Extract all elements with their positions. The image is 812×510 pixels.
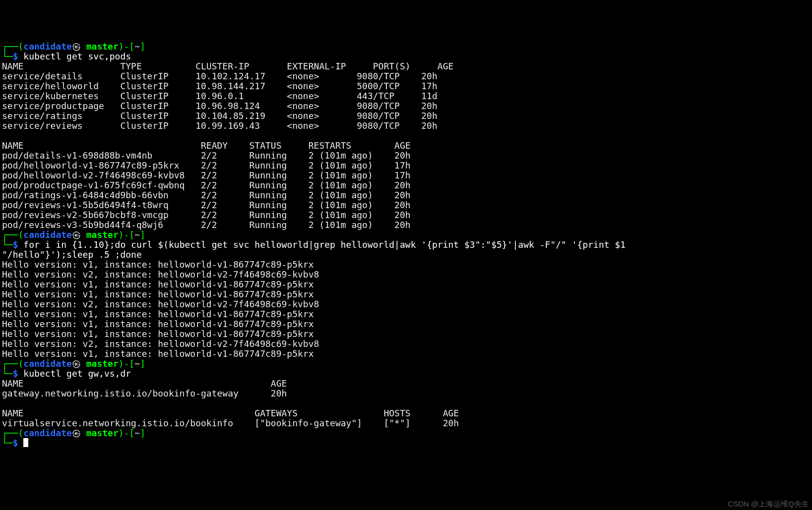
pod-row: pod/ratings-v1-6484c4d9bb-66vbn 2/2 Runn… (2, 190, 411, 200)
pod-row: pod/productpage-v1-675fc69cf-qwbnq 2/2 R… (2, 180, 411, 190)
pod-row: pod/details-v1-698d88b-vm4nb 2/2 Running… (2, 150, 411, 161)
curl-output-line: Hello version: v1, instance: helloworld-… (2, 348, 314, 359)
curl-output-line: Hello version: v2, instance: helloworld-… (2, 299, 319, 309)
pod-header: NAME READY STATUS RESTARTS AGE (2, 140, 411, 151)
curl-output-line: Hello version: v1, instance: helloworld-… (2, 279, 314, 289)
prompt-line: ┌──(candidate㉿ master)-[~] (2, 42, 810, 52)
watermark-label: CSDN @上海运维Q先生 (728, 499, 809, 509)
curl-output-line: Hello version: v2, instance: helloworld-… (2, 339, 319, 349)
prompt-line: ┌──(candidate㉿ master)-[~] (2, 230, 810, 240)
vs-header: NAME GATEWAYS HOSTS AGE (2, 408, 459, 418)
curl-output-line: Hello version: v1, instance: helloworld-… (2, 259, 314, 270)
command-line[interactable]: └─$ kubectl get gw,vs,dr (2, 369, 810, 379)
svc-header: NAME TYPE CLUSTER-IP EXTERNAL-IP PORT(S)… (2, 61, 453, 71)
pod-row: pod/reviews-v2-5b667bcbf8-vmcgp 2/2 Runn… (2, 210, 411, 220)
gw-row: gateway.networking.istio.io/bookinfo-gat… (2, 388, 287, 398)
terminal-output[interactable]: ┌──(candidate㉿ master)-[~]└─$ kubectl ge… (2, 42, 810, 448)
pod-row: pod/helloworld-v2-7f46498c69-kvbv8 2/2 R… (2, 170, 411, 180)
command-line[interactable]: └─$ for i in {1..10};do curl $(kubectl g… (2, 240, 810, 250)
curl-output-line: Hello version: v1, instance: helloworld-… (2, 289, 314, 299)
pod-row: pod/reviews-v1-5b5d6494f4-t8wrq 2/2 Runn… (2, 200, 411, 210)
svc-row: service/productpage ClusterIP 10.96.98.1… (2, 101, 437, 111)
prompt-line: ┌──(candidate㉿ master)-[~] (2, 428, 810, 438)
svc-row: service/helloworld ClusterIP 10.98.144.2… (2, 81, 437, 91)
cursor (23, 438, 28, 447)
command-line[interactable]: └─$ (2, 438, 810, 448)
vs-row: virtualservice.networking.istio.io/booki… (2, 418, 459, 428)
curl-output-line: Hello version: v1, instance: helloworld-… (2, 329, 314, 339)
svc-row: service/reviews ClusterIP 10.99.169.43 <… (2, 120, 437, 131)
command-continuation[interactable]: "/hello"}');sleep .5 ;done (2, 249, 142, 260)
prompt-line: ┌──(candidate㉿ master)-[~] (2, 359, 810, 369)
svc-row: service/ratings ClusterIP 10.104.85.219 … (2, 111, 437, 121)
svc-row: service/kubernetes ClusterIP 10.96.0.1 <… (2, 91, 437, 101)
gw-header: NAME AGE (2, 378, 287, 389)
pod-row: pod/reviews-v3-5b9bd44f4-q8wj6 2/2 Runni… (2, 220, 411, 230)
svc-row: service/details ClusterIP 10.102.124.17 … (2, 71, 437, 81)
pod-row: pod/helloworld-v1-867747c89-p5krx 2/2 Ru… (2, 160, 411, 170)
command-line[interactable]: └─$ kubectl get svc,pods (2, 52, 810, 61)
curl-output-line: Hello version: v1, instance: helloworld-… (2, 319, 314, 329)
curl-output-line: Hello version: v2, instance: helloworld-… (2, 269, 319, 280)
curl-output-line: Hello version: v1, instance: helloworld-… (2, 309, 314, 319)
